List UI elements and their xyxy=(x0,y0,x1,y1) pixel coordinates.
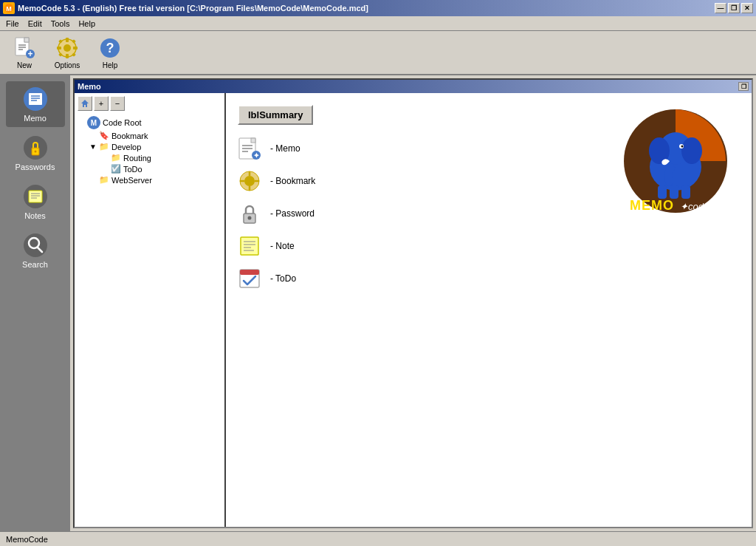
sidebar: Memo Passwords xyxy=(0,75,70,531)
passwords-nav-icon xyxy=(22,134,49,161)
memo-nav-label: Memo xyxy=(24,114,47,123)
note-icon xyxy=(238,234,261,258)
options-icon xyxy=(55,36,79,60)
tree-webserver-label: WebServer xyxy=(111,176,152,185)
svg-text:MEMO: MEMO xyxy=(630,198,674,213)
memo-nav-icon xyxy=(22,86,49,112)
svg-rect-22 xyxy=(29,93,42,105)
tree-children: 🔖 Bookmark ▼ 📁 Develop xyxy=(89,130,221,185)
logo-area: MEMO ✦code7 xyxy=(622,108,729,216)
tree-item-develop[interactable]: ▼ 📁 Develop xyxy=(89,141,221,152)
status-text: MemoCode xyxy=(6,535,48,544)
tree-home-button[interactable] xyxy=(78,96,92,111)
options-label: Options xyxy=(55,61,80,69)
develop-children: 📁 Routing ☑️ ToDo xyxy=(101,152,221,174)
svg-rect-13 xyxy=(57,47,61,50)
svg-text:+: + xyxy=(27,49,32,59)
elephant-logo: MEMO ✦code7 xyxy=(622,108,729,215)
svg-point-67 xyxy=(681,146,684,148)
tree-routing-label: Routing xyxy=(123,154,151,163)
status-bar: MemoCode xyxy=(0,531,756,546)
menu-help[interactable]: Help xyxy=(74,18,100,30)
svg-point-34 xyxy=(24,233,47,257)
inner-restore-button[interactable]: ❐ xyxy=(738,82,749,91)
search-nav-label: Search xyxy=(22,260,48,269)
tree-root[interactable]: M Code Root xyxy=(78,115,221,130)
svg-point-10 xyxy=(63,44,71,52)
tree-bookmark-label: Bookmark xyxy=(111,132,148,140)
title-text: MemoCode 5.3 - (English) Free trial vers… xyxy=(18,4,368,13)
svg-text:M: M xyxy=(6,5,12,13)
sidebar-item-notes[interactable]: Notes xyxy=(6,179,65,225)
tree-panel: + − M Code Root xyxy=(75,93,226,527)
menu-bar: File Edit Tools Help xyxy=(0,16,756,31)
tree-add-button[interactable]: + xyxy=(94,96,109,111)
content-area: Memo ❐ + − xyxy=(70,75,756,531)
sidebar-item-memo[interactable]: Memo xyxy=(6,81,65,127)
inner-title-bar: Memo ❐ xyxy=(75,80,752,93)
search-nav-icon xyxy=(22,232,49,259)
summary-todo-text: - ToDo xyxy=(270,273,296,284)
notes-nav-label: Notes xyxy=(24,211,46,220)
svg-rect-54 xyxy=(241,237,258,255)
todo-icon xyxy=(238,267,261,290)
menu-edit[interactable]: Edit xyxy=(24,18,47,30)
sidebar-item-passwords[interactable]: Passwords xyxy=(6,130,65,176)
app-icon: M xyxy=(3,2,15,14)
toolbar: + New Options ? xyxy=(0,31,756,75)
summary-row-todo: - ToDo xyxy=(238,267,740,290)
develop-folder-icon: 📁 xyxy=(99,142,109,151)
minimize-button[interactable]: — xyxy=(715,3,726,13)
close-button[interactable]: ✕ xyxy=(741,3,753,13)
summary-password-text: - Password xyxy=(270,208,315,219)
routing-folder-icon: 📁 xyxy=(111,153,121,163)
main-window: Memo Passwords xyxy=(0,75,756,531)
main-panel: lblSummary xyxy=(226,93,752,527)
svg-text:M: M xyxy=(91,119,97,127)
tree-item-webserver[interactable]: 📁 WebServer xyxy=(89,174,221,185)
svg-rect-30 xyxy=(29,191,42,202)
bookmark-icon xyxy=(238,169,261,193)
svg-point-65 xyxy=(681,137,702,164)
webserver-folder-icon: 📁 xyxy=(99,175,109,185)
tree-item-routing[interactable]: 📁 Routing xyxy=(101,152,221,163)
inner-title-text: Memo xyxy=(78,82,101,91)
title-bar: M MemoCode 5.3 - (English) Free trial ve… xyxy=(0,0,756,16)
restore-button[interactable]: ❐ xyxy=(728,3,740,13)
svg-rect-11 xyxy=(66,38,69,42)
root-icon: M xyxy=(87,116,100,129)
svg-point-53 xyxy=(248,216,252,220)
svg-text:?: ? xyxy=(106,41,114,55)
tree-root-label: Code Root xyxy=(103,118,142,127)
summary-row-note: - Note xyxy=(238,234,740,258)
memo-icon: ✦ xyxy=(238,137,261,160)
svg-rect-69 xyxy=(670,185,678,199)
summary-memo-text: - Memo xyxy=(270,143,300,154)
sidebar-item-search[interactable]: Search xyxy=(6,228,65,273)
svg-text:✦: ✦ xyxy=(253,151,260,160)
help-icon: ? xyxy=(98,36,122,60)
new-button[interactable]: + New xyxy=(6,34,43,71)
svg-point-28 xyxy=(34,151,36,153)
svg-rect-12 xyxy=(66,54,69,58)
menu-file[interactable]: File xyxy=(1,18,24,30)
tree-remove-button[interactable]: − xyxy=(110,96,125,111)
password-icon xyxy=(238,202,261,225)
title-bar-left: M MemoCode 5.3 - (English) Free trial ve… xyxy=(3,2,368,14)
bookmark-icon: 🔖 xyxy=(99,131,109,140)
todo-folder-icon: ☑️ xyxy=(111,164,121,174)
tree-item-todo[interactable]: ☑️ ToDo xyxy=(101,163,221,174)
svg-rect-60 xyxy=(240,270,259,275)
svg-point-47 xyxy=(244,176,255,186)
new-icon: + xyxy=(13,36,36,60)
tree-develop-label: Develop xyxy=(111,143,141,151)
menu-tools[interactable]: Tools xyxy=(47,18,75,30)
passwords-nav-label: Passwords xyxy=(16,163,55,171)
inner-content: + − M Code Root xyxy=(75,93,752,527)
new-label: New xyxy=(17,61,32,69)
svg-rect-68 xyxy=(658,185,667,199)
help-button[interactable]: ? Help xyxy=(92,34,128,71)
options-button[interactable]: Options xyxy=(49,34,86,71)
tree-item-bookmark[interactable]: 🔖 Bookmark xyxy=(89,130,221,141)
svg-rect-70 xyxy=(681,185,690,199)
